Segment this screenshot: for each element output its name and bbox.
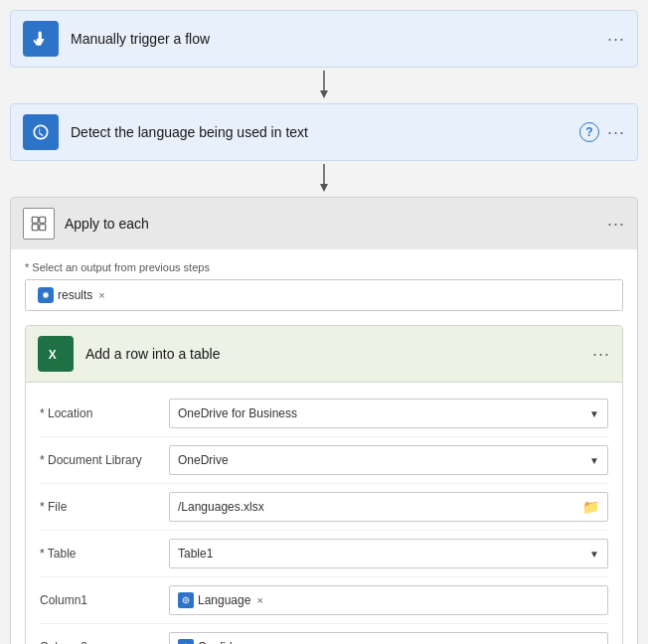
- svg-rect-5: [40, 217, 46, 223]
- add-row-title: Add a row into a table: [85, 346, 592, 362]
- svg-rect-7: [40, 225, 46, 231]
- add-row-menu: ···: [592, 345, 610, 363]
- column2-tag: Confidence sco... ×: [178, 639, 302, 644]
- results-tag-label: results: [58, 288, 92, 302]
- add-row-card: X Add a row into a table ··· * Location …: [25, 325, 623, 644]
- loop-icon: [30, 215, 48, 233]
- doc-library-dropdown-arrow: ▼: [589, 455, 599, 466]
- excel-x-icon: X: [45, 343, 67, 365]
- column2-label: Column2: [40, 640, 169, 644]
- language-icon: [181, 595, 191, 605]
- tag-brain-icon: [41, 290, 51, 300]
- column1-tag-label: Language: [198, 593, 250, 607]
- apply-to-each-card: Apply to each ··· * Select an output fro…: [10, 197, 638, 644]
- add-row-dots-button[interactable]: ···: [592, 345, 610, 363]
- svg-rect-4: [32, 217, 38, 223]
- location-dropdown[interactable]: OneDrive for Business ▼: [169, 399, 608, 428]
- trigger-menu: ···: [607, 30, 625, 48]
- column2-row: Column2 Confidence sco...: [40, 624, 608, 644]
- column2-tag-label: Confidence sco...: [198, 640, 290, 644]
- detect-icon: [23, 114, 59, 150]
- apply-icon: [23, 208, 55, 240]
- doc-library-row: * Document Library OneDrive ▼: [40, 437, 608, 484]
- column1-label: Column1: [40, 593, 169, 607]
- apply-header: Apply to each ···: [11, 198, 637, 249]
- column1-input[interactable]: Language ×: [169, 585, 608, 615]
- add-row-body: * Location OneDrive for Business ▼ * Doc…: [26, 383, 622, 644]
- column1-row: Column1 Language: [40, 577, 608, 624]
- column2-tag-icon: [178, 639, 194, 644]
- results-tag-close[interactable]: ×: [98, 289, 104, 301]
- apply-body: * Select an output from previous steps r…: [11, 249, 637, 644]
- arrow-2: [10, 161, 638, 197]
- trigger-header: Manually trigger a flow ···: [11, 11, 637, 67]
- location-row: * Location OneDrive for Business ▼: [40, 391, 608, 437]
- location-dropdown-arrow: ▼: [589, 408, 599, 419]
- table-value: Table1: [178, 547, 213, 561]
- hand-icon: [31, 29, 51, 49]
- detect-title: Detect the language being used in text: [71, 124, 579, 140]
- table-row: * Table Table1 ▼: [40, 531, 608, 577]
- svg-marker-1: [320, 90, 328, 98]
- apply-menu: ···: [607, 215, 625, 233]
- file-value: /Languages.xlsx: [178, 500, 264, 514]
- brain-icon: [31, 122, 51, 142]
- svg-marker-3: [320, 184, 328, 192]
- trigger-icon: [23, 21, 59, 57]
- excel-icon: X: [38, 336, 74, 372]
- detect-dots-button[interactable]: ···: [607, 123, 625, 141]
- doc-library-dropdown[interactable]: OneDrive ▼: [169, 445, 608, 475]
- table-dropdown[interactable]: Table1 ▼: [169, 539, 608, 568]
- apply-title: Apply to each: [65, 216, 607, 232]
- svg-rect-6: [32, 225, 38, 231]
- add-row-header: X Add a row into a table ···: [26, 326, 622, 383]
- column2-input[interactable]: Confidence sco... ×: [169, 632, 608, 644]
- trigger-title: Manually trigger a flow: [71, 31, 607, 47]
- column1-tag: Language ×: [178, 592, 263, 608]
- file-input[interactable]: /Languages.xlsx 📁: [169, 492, 608, 522]
- trigger-dots-button[interactable]: ···: [607, 30, 625, 48]
- table-label: * Table: [40, 547, 169, 561]
- select-output-label: * Select an output from previous steps: [25, 261, 623, 273]
- location-value: OneDrive for Business: [178, 406, 297, 420]
- results-tag: results ×: [34, 285, 109, 305]
- select-output-input[interactable]: results ×: [25, 279, 623, 311]
- column1-tag-icon: [178, 592, 194, 608]
- doc-library-value: OneDrive: [178, 453, 229, 467]
- doc-library-label: * Document Library: [40, 453, 169, 467]
- apply-dots-button[interactable]: ···: [607, 215, 625, 233]
- results-tag-icon: [38, 287, 54, 303]
- detect-help-button[interactable]: ?: [579, 122, 599, 142]
- location-label: * Location: [40, 406, 169, 420]
- column1-tag-close[interactable]: ×: [256, 594, 262, 606]
- file-label: * File: [40, 500, 169, 514]
- detect-header: Detect the language being used in text ?…: [11, 104, 637, 160]
- detect-menu: ? ···: [579, 122, 625, 142]
- file-row: * File /Languages.xlsx 📁: [40, 484, 608, 531]
- arrow-down-icon: [314, 71, 334, 100]
- arrow-1: [10, 68, 638, 103]
- svg-text:X: X: [49, 348, 57, 362]
- folder-icon: 📁: [582, 499, 599, 515]
- table-dropdown-arrow: ▼: [589, 549, 599, 560]
- trigger-card: Manually trigger a flow ···: [10, 10, 638, 68]
- arrow-down-icon-2: [314, 164, 334, 194]
- detect-card: Detect the language being used in text ?…: [10, 103, 638, 161]
